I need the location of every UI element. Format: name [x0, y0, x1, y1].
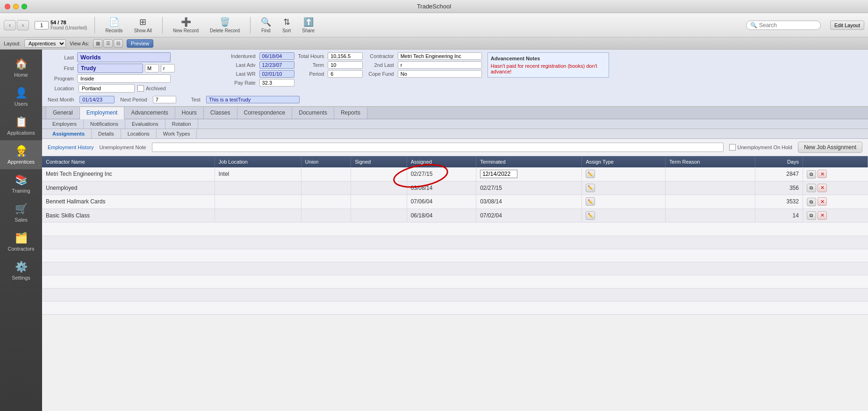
period-input[interactable] [328, 70, 363, 78]
cope-fund-label: Cope Fund [368, 71, 394, 77]
tab-general[interactable]: General [46, 107, 80, 119]
empty-rows-table [42, 223, 868, 315]
share-button[interactable]: ⬆️ Share [299, 16, 317, 34]
sidebar-label-apprentices: Apprentices [7, 159, 35, 165]
terminated-input[interactable] [480, 170, 517, 178]
delete-row-button[interactable]: ✕ [818, 197, 827, 206]
employment-history-link[interactable]: Employment History [48, 144, 93, 150]
cope-fund-input[interactable] [398, 70, 482, 78]
delete-row-button[interactable]: ✕ [818, 170, 827, 178]
delete-record-button[interactable]: 🗑️ Delete Record [207, 16, 243, 34]
search-input[interactable] [759, 22, 817, 29]
terminated-cell[interactable] [476, 167, 582, 181]
new-record-button[interactable]: ➕ New Record [170, 16, 201, 34]
advancement-notes: Advancement Notes Hasn't paid for recent… [488, 52, 609, 78]
sidebar-label-contractors: Contractors [8, 246, 35, 252]
sidebar-item-sales[interactable]: 🛒 Sales [0, 198, 42, 227]
show-all-button[interactable]: ⊞ Show All [131, 16, 155, 34]
terminated-cell: 07/02/04 [476, 209, 582, 223]
archived-checkbox[interactable] [137, 85, 144, 92]
sub2tab-work-types[interactable]: Work Types [157, 129, 197, 138]
assign-type-edit-button[interactable]: ✏️ [586, 197, 595, 206]
subtab-evaluations[interactable]: Evaluations [125, 119, 165, 129]
union-cell [301, 181, 351, 195]
find-icon: 🔍 [261, 17, 271, 27]
unemployment-note-input[interactable] [152, 143, 724, 152]
term-input[interactable] [328, 61, 363, 69]
tab-hours[interactable]: Hours [175, 107, 204, 119]
last-name-input[interactable] [77, 52, 171, 62]
separator-1 [94, 17, 95, 34]
pay-rate-input[interactable] [259, 79, 294, 87]
preview-button[interactable]: Preview [127, 39, 153, 48]
assign-type-edit-button[interactable]: ✏️ [586, 170, 595, 178]
location-input[interactable] [79, 84, 135, 93]
tab-classes[interactable]: Classes [204, 107, 237, 119]
contractor-input[interactable] [398, 52, 482, 60]
close-button[interactable] [5, 4, 10, 9]
forward-button[interactable]: › [17, 20, 29, 30]
maximize-button[interactable] [22, 4, 27, 9]
second-last-input[interactable] [398, 61, 482, 69]
tab-advancements[interactable]: Advancements [124, 107, 175, 119]
mi-input[interactable] [145, 64, 159, 72]
sub2tab-assignments[interactable]: Assignments [46, 129, 92, 138]
record-form: Last First Program Location [42, 50, 868, 107]
tab-correspondence[interactable]: Correspondence [237, 107, 293, 119]
unemployment-hold-checkbox[interactable] [729, 144, 736, 151]
suffix-input[interactable] [161, 64, 175, 72]
delete-row-button[interactable]: ✕ [818, 184, 827, 192]
view-list-button[interactable]: ☰ [103, 39, 113, 48]
subtab-employers[interactable]: Employers [46, 119, 84, 129]
record-number-input[interactable] [35, 21, 49, 29]
applications-icon: 📋 [15, 116, 28, 128]
sidebar-item-users[interactable]: 👤 Users [0, 82, 42, 111]
edit-layout-button[interactable]: Edit Layout [830, 21, 864, 30]
copy-row-button[interactable]: ⧉ [807, 211, 816, 220]
location-label: Location [48, 86, 76, 91]
sub2tab-details[interactable]: Details [92, 129, 121, 138]
test-input[interactable] [206, 96, 300, 103]
sort-button[interactable]: ⇅ Sort [280, 16, 294, 34]
next-month-input[interactable] [79, 96, 115, 103]
last-adv-input[interactable] [259, 61, 294, 69]
subtab-rotation[interactable]: Rotation [165, 119, 198, 129]
program-input[interactable] [77, 74, 171, 83]
delete-row-button[interactable]: ✕ [818, 211, 827, 220]
tab-reports[interactable]: Reports [334, 107, 367, 119]
assign-type-edit-button[interactable]: ✏️ [586, 211, 595, 220]
minimize-button[interactable] [13, 4, 19, 9]
sidebar-item-apprentices[interactable]: 👷 Apprentices [0, 140, 42, 169]
sidebar-item-applications[interactable]: 📋 Applications [0, 111, 42, 140]
find-button[interactable]: 🔍 Find [258, 16, 274, 34]
sub-tabs: Employers Notifications Evaluations Rota… [42, 119, 868, 129]
delete-record-icon: 🗑️ [220, 17, 230, 27]
sub2tab-locations[interactable]: Locations [121, 129, 157, 138]
tab-documents[interactable]: Documents [292, 107, 334, 119]
term-reason-cell [666, 195, 755, 209]
indentured-input[interactable] [259, 52, 294, 60]
last-wr-input[interactable] [259, 70, 294, 78]
subtab-notifications[interactable]: Notifications [84, 119, 125, 129]
next-period-input[interactable] [153, 96, 176, 103]
total-hours-input[interactable] [328, 52, 363, 60]
copy-row-button[interactable]: ⧉ [807, 170, 816, 179]
tab-employment[interactable]: Employment [80, 107, 125, 119]
layout-select[interactable]: Apprentices [24, 39, 66, 48]
sidebar-item-training[interactable]: 📚 Training [0, 169, 42, 198]
sidebar-item-settings[interactable]: ⚙️ Settings [0, 256, 42, 285]
sidebar-item-contractors[interactable]: 🗂️ Contractors [0, 227, 42, 256]
first-name-input[interactable] [78, 64, 143, 73]
sidebar-label-users: Users [14, 101, 28, 107]
sidebar-item-home[interactable]: 🏠 Home [0, 53, 42, 82]
view-icons: ▦ ☰ ⊟ [93, 39, 123, 48]
copy-row-button[interactable]: ⧉ [807, 198, 816, 206]
assign-type-edit-button[interactable]: ✏️ [586, 184, 595, 192]
view-table-button[interactable]: ⊟ [114, 39, 123, 48]
copy-row-button[interactable]: ⧉ [807, 184, 816, 192]
view-form-button[interactable]: ▦ [93, 39, 102, 48]
layout-bar: Layout: Apprentices View As: ▦ ☰ ⊟ Previ… [0, 37, 868, 50]
new-job-assignment-button[interactable]: New Job Assignment [798, 142, 862, 153]
back-button[interactable]: ‹ [4, 20, 16, 30]
records-button[interactable]: 📄 Records [102, 16, 125, 34]
